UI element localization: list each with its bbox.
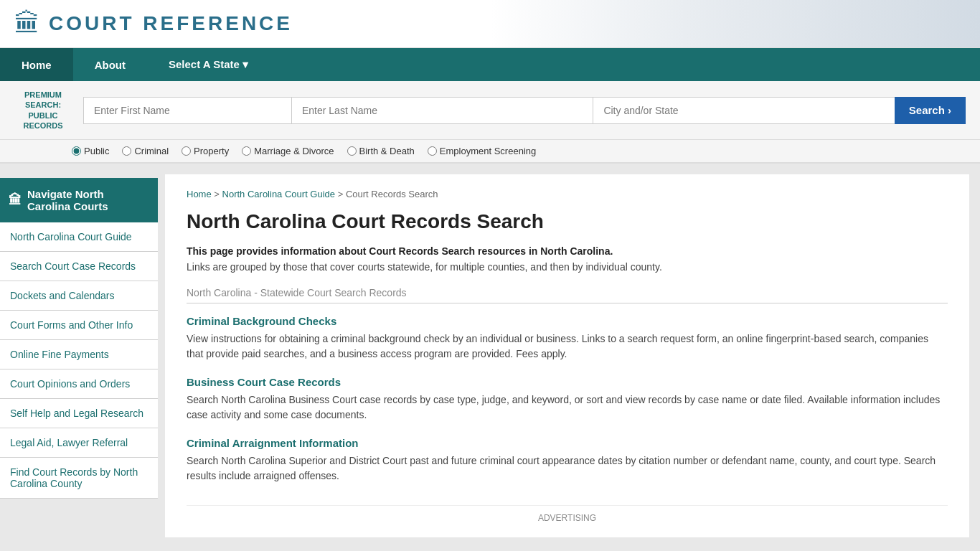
sidebar-item-search-case-records[interactable]: Search Court Case Records: [0, 252, 158, 281]
content-area: Home > North Carolina Court Guide > Cour…: [165, 174, 969, 537]
search-fields: Search ›: [83, 97, 966, 124]
radio-employment[interactable]: Employment Screening: [428, 146, 536, 156]
sidebar-item-nc-court-guide[interactable]: North Carolina Court Guide: [0, 222, 158, 252]
breadcrumb-home[interactable]: Home: [187, 189, 212, 199]
page-title: North Carolina Court Records Search: [187, 209, 948, 234]
sidebar-item-fine-payments[interactable]: Online Fine Payments: [0, 340, 158, 369]
radio-birth[interactable]: Birth & Death: [347, 146, 415, 156]
sidebar-active-label: Navigate North Carolina Courts: [27, 188, 149, 212]
record-entry-0: Criminal Background Checks View instruct…: [187, 315, 948, 362]
logo-icon: 🏛: [14, 9, 40, 39]
section-header: North Carolina - Statewide Court Search …: [187, 287, 948, 303]
last-name-input[interactable]: [291, 97, 593, 124]
sidebar-item-legal-aid[interactable]: Legal Aid, Lawyer Referral: [0, 428, 158, 458]
sidebar-active-item[interactable]: 🏛 Navigate North Carolina Courts: [0, 178, 158, 222]
main-nav: Home About Select A State ▾: [0, 48, 980, 81]
intro-text: Links are grouped by those that cover co…: [187, 261, 948, 273]
radio-public[interactable]: Public: [72, 146, 109, 156]
breadcrumb-current: Court Records Search: [346, 189, 438, 199]
record-desc-0: View instructions for obtaining a crimin…: [187, 331, 948, 362]
advertising-label: ADVERTISING: [187, 505, 948, 523]
nav-select-state[interactable]: Select A State ▾: [147, 48, 270, 81]
intro-bold: This page provides information about Cou…: [187, 245, 948, 257]
record-title-2[interactable]: Criminal Arraignment Information: [187, 437, 358, 449]
record-entry-2: Criminal Arraignment Information Search …: [187, 437, 948, 484]
record-desc-1: Search North Carolina Business Court cas…: [187, 392, 948, 423]
radio-marriage[interactable]: Marriage & Divorce: [242, 146, 334, 156]
main-content: 🏛 Navigate North Carolina Courts North C…: [0, 164, 980, 548]
city-input[interactable]: [593, 97, 894, 124]
site-title: COURT REFERENCE: [49, 12, 293, 35]
logo-area: 🏛 COURT REFERENCE: [14, 9, 293, 39]
nav-home[interactable]: Home: [0, 48, 73, 81]
sidebar-item-self-help[interactable]: Self Help and Legal Research: [0, 399, 158, 428]
sidebar-item-court-forms[interactable]: Court Forms and Other Info: [0, 311, 158, 340]
header-background: [490, 0, 980, 47]
record-desc-2: Search North Carolina Superior and Distr…: [187, 453, 948, 484]
breadcrumb-state-guide[interactable]: North Carolina Court Guide: [222, 189, 336, 199]
header: 🏛 COURT REFERENCE: [0, 0, 980, 48]
first-name-input[interactable]: [83, 97, 291, 124]
breadcrumb: Home > North Carolina Court Guide > Cour…: [187, 189, 948, 199]
search-button[interactable]: Search ›: [895, 97, 966, 124]
radio-property[interactable]: Property: [182, 146, 229, 156]
radio-row: Public Criminal Property Marriage & Divo…: [0, 140, 980, 164]
search-bar: PREMIUM SEARCH: PUBLIC RECORDS Search ›: [0, 81, 980, 140]
sidebar-item-dockets[interactable]: Dockets and Calendars: [0, 281, 158, 311]
record-entry-1: Business Court Case Records Search North…: [187, 376, 948, 423]
premium-label: PREMIUM SEARCH: PUBLIC RECORDS: [14, 90, 72, 131]
record-title-0[interactable]: Criminal Background Checks: [187, 315, 336, 327]
nav-about[interactable]: About: [73, 48, 147, 81]
sidebar-item-find-by-county[interactable]: Find Court Records by North Carolina Cou…: [0, 458, 158, 499]
record-title-1[interactable]: Business Court Case Records: [187, 376, 341, 388]
courthouse-icon: 🏛: [9, 193, 22, 208]
radio-criminal[interactable]: Criminal: [122, 146, 169, 156]
sidebar: 🏛 Navigate North Carolina Courts North C…: [0, 164, 158, 548]
sidebar-item-opinions[interactable]: Court Opinions and Orders: [0, 369, 158, 399]
